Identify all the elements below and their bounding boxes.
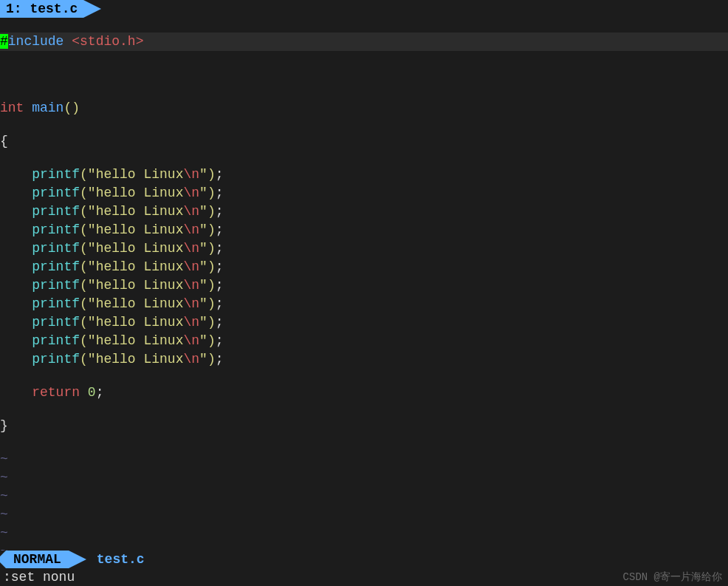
watermark: CSDN @寄一片海给你 <box>623 568 728 586</box>
editor-area[interactable]: #include <stdio.h> int main() { printf("… <box>0 18 728 551</box>
paren-close: ) <box>207 259 216 274</box>
printf-func: printf <box>32 222 80 237</box>
code-line-brace-close: } <box>0 417 728 435</box>
escape-seq: \n <box>183 333 199 348</box>
int-keyword: int <box>0 100 24 115</box>
escape-seq: \n <box>183 315 199 330</box>
empty-line-tilde: ~ <box>0 524 728 542</box>
paren-open: ( <box>80 259 88 274</box>
paren-close: ) <box>207 204 216 219</box>
printf-func: printf <box>32 333 80 348</box>
code-line-brace-open: { <box>0 132 728 151</box>
paren-open: ( <box>80 241 88 256</box>
paren-open: ( <box>80 352 88 367</box>
command-line[interactable]: :set nonu CSDN @寄一片海给你 <box>0 568 728 586</box>
paren-open: ( <box>80 185 88 200</box>
tab-current[interactable]: 1: test.c <box>0 0 83 18</box>
semicolon: ; <box>216 204 224 219</box>
string-close-quote: " <box>199 222 207 237</box>
return-value: 0 <box>88 385 96 400</box>
semicolon: ; <box>216 315 224 330</box>
tab-separator: : <box>14 1 30 16</box>
code-line-printf: printf("hello Linux\n"); <box>0 166 728 184</box>
return-semi: ; <box>96 385 104 400</box>
return-keyword: return <box>32 385 80 400</box>
escape-seq: \n <box>183 204 199 219</box>
printf-func: printf <box>32 352 80 367</box>
paren-close: ) <box>207 185 216 200</box>
printf-func: printf <box>32 259 80 274</box>
escape-seq: \n <box>183 222 199 237</box>
paren-open: ( <box>80 296 88 311</box>
code-line-printf: printf("hello Linux\n"); <box>0 350 728 369</box>
code-line-printf: printf("hello Linux\n"); <box>0 332 728 350</box>
code-line-include: #include <stdio.h> <box>0 33 728 51</box>
semicolon: ; <box>216 352 224 367</box>
escape-seq: \n <box>183 241 199 256</box>
string-open-quote: " <box>88 185 96 200</box>
string-close-quote: " <box>199 167 207 182</box>
string-text: hello Linux <box>96 278 184 293</box>
semicolon: ; <box>216 333 224 348</box>
code-line-printf: printf("hello Linux\n"); <box>0 202 728 221</box>
string-close-quote: " <box>199 278 207 293</box>
main-func: main <box>32 100 63 115</box>
string-text: hello Linux <box>96 352 184 367</box>
string-text: hello Linux <box>96 222 184 237</box>
string-open-quote: " <box>88 222 96 237</box>
code-line-printf: printf("hello Linux\n"); <box>0 184 728 202</box>
status-filename: test.c <box>97 552 145 567</box>
include-header: <stdio.h> <box>72 34 143 49</box>
escape-seq: \n <box>183 296 199 311</box>
paren-open: ( <box>63 100 72 115</box>
paren-open: ( <box>80 278 88 293</box>
escape-seq: \n <box>183 259 199 274</box>
command-text: :set nonu <box>3 568 75 586</box>
string-close-quote: " <box>199 352 207 367</box>
string-text: hello Linux <box>96 241 184 256</box>
paren-open: ( <box>80 333 88 348</box>
empty-line-tilde: ~ <box>0 487 728 505</box>
string-close-quote: " <box>199 333 207 348</box>
printf-func: printf <box>32 278 80 293</box>
string-open-quote: " <box>88 259 96 274</box>
semicolon: ; <box>216 259 224 274</box>
string-text: hello Linux <box>96 333 184 348</box>
code-line-return: return 0; <box>0 384 728 402</box>
string-close-quote: " <box>199 185 207 200</box>
code-line-printf: printf("hello Linux\n"); <box>0 295 728 313</box>
paren-open: ( <box>80 222 88 237</box>
tab-number: 1 <box>6 1 14 16</box>
string-text: hello Linux <box>96 315 184 330</box>
empty-line-tilde: ~ <box>0 542 728 551</box>
string-open-quote: " <box>88 296 96 311</box>
string-text: hello Linux <box>96 259 184 274</box>
cursor: # <box>0 34 8 49</box>
escape-seq: \n <box>183 167 199 182</box>
string-text: hello Linux <box>96 204 184 219</box>
paren-close: ) <box>207 278 216 293</box>
string-close-quote: " <box>199 296 207 311</box>
paren-close: ) <box>207 315 216 330</box>
semicolon: ; <box>216 185 224 200</box>
paren-close: ) <box>207 352 216 367</box>
printf-func: printf <box>32 167 80 182</box>
paren-close: ) <box>207 296 216 311</box>
code-line-printf: printf("hello Linux\n"); <box>0 221 728 239</box>
status-bar: NORMAL test.c <box>0 551 728 568</box>
brace-open: { <box>0 134 8 149</box>
paren-open: ( <box>80 315 88 330</box>
string-close-quote: " <box>199 241 207 256</box>
string-close-quote: " <box>199 315 207 330</box>
string-open-quote: " <box>88 315 96 330</box>
paren-close: ) <box>207 222 216 237</box>
escape-seq: \n <box>183 278 199 293</box>
string-open-quote: " <box>88 352 96 367</box>
string-close-quote: " <box>199 204 207 219</box>
printf-func: printf <box>32 241 80 256</box>
paren-close: ) <box>72 100 80 115</box>
printf-func: printf <box>32 204 80 219</box>
escape-seq: \n <box>183 352 199 367</box>
string-open-quote: " <box>88 241 96 256</box>
brace-close: } <box>0 418 8 433</box>
